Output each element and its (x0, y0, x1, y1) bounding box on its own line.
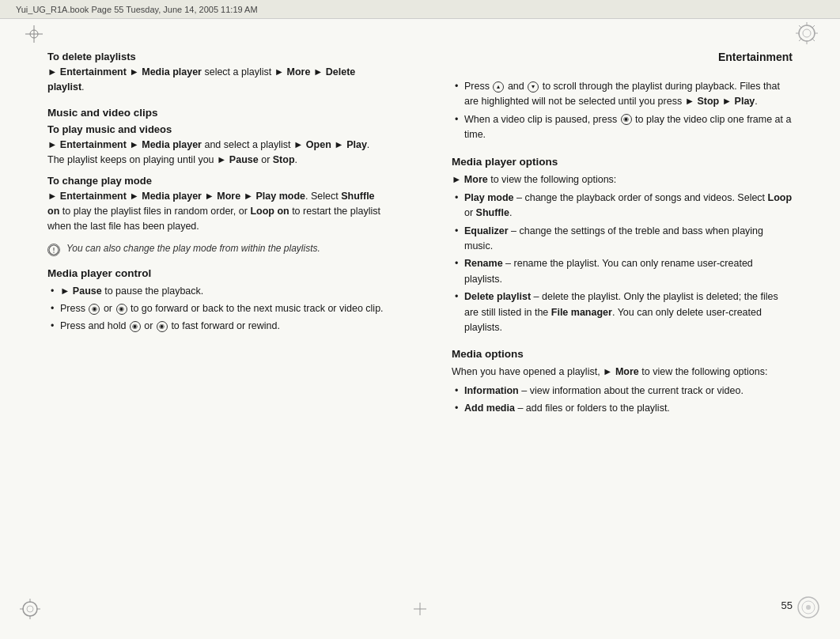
list-item-press-forward: Press ◉ or ◉ to go forward or back to th… (47, 301, 388, 316)
down-scroll-icon: ▾ (528, 81, 539, 93)
header-bar: Yui_UG_R1A.book Page 55 Tuesday, June 14… (0, 0, 840, 19)
delete-playlists-title: To delete playlists (47, 51, 388, 62)
opt-information: Information – view information about the… (452, 384, 793, 399)
delete-playlists-nav: ► Entertainment ► Media player select a … (47, 65, 388, 96)
right-column: Entertainment Press ▴ and ▾ to scroll th… (436, 51, 793, 607)
option-equalizer: Equalizer – change the settings of the t… (452, 224, 793, 255)
play-music-nav: ► Entertainment ► Media player and selec… (47, 138, 388, 168)
back-icon: ◉ (116, 304, 127, 315)
section-media-opts: Media options When you have opened a pla… (452, 348, 793, 416)
content-area: To delete playlists ► Entertainment ► Me… (0, 19, 840, 639)
section-media-control: Media player control ► Pause to pause th… (47, 267, 388, 335)
page-number: 55 (781, 599, 793, 611)
media-opts-heading: Media options (452, 348, 793, 360)
tip-icon (47, 244, 60, 256)
forward-icon: ◉ (89, 304, 100, 315)
tip-box: You can also change the play mode from w… (47, 243, 388, 256)
forward-hold-icon: ◉ (130, 321, 141, 332)
section-play-music: To play music and videos ► Entertainment… (47, 123, 388, 168)
page: Yui_UG_R1A.book Page 55 Tuesday, June 14… (0, 0, 840, 639)
media-control-heading: Media player control (47, 267, 388, 279)
list-item-press-hold: Press and hold ◉ or ◉ to fast forward or… (47, 319, 388, 334)
list-item-pause: ► Pause to pause the playback. (47, 284, 388, 299)
media-options-intro: ► More to view the following options: (452, 172, 793, 187)
change-play-mode-nav: ► Entertainment ► Media player ► More ► … (47, 189, 388, 235)
page-title: Entertainment (452, 51, 793, 63)
media-options-heading: Media player options (452, 156, 793, 168)
media-opts-list: Information – view information about the… (452, 384, 793, 417)
media-control-list: ► Pause to pause the playback. Press ◉ o… (47, 284, 388, 335)
section-change-play-mode: To change play mode ► Entertainment ► Me… (47, 175, 388, 235)
section-media-options: Media player options ► More to view the … (452, 156, 793, 336)
section-music-video: Music and video clips (47, 107, 388, 119)
media-options-list: Play mode – change the playback order of… (452, 191, 793, 335)
up-scroll-icon: ▴ (493, 81, 504, 93)
option-play-mode: Play mode – change the playback order of… (452, 191, 793, 221)
opt-add-media: Add media – add files or folders to the … (452, 401, 793, 416)
file-info: Yui_UG_R1A.book Page 55 Tuesday, June 14… (16, 5, 258, 14)
list-item-video-pause: When a video clip is paused, press ◉ to … (452, 112, 793, 143)
tip-text: You can also change the play mode from w… (66, 243, 320, 254)
svg-point-26 (53, 251, 55, 253)
play-frame-icon: ◉ (621, 114, 632, 125)
music-video-heading: Music and video clips (47, 107, 388, 119)
media-opts-intro: When you have opened a playlist, ► More … (452, 365, 793, 380)
change-play-mode-title: To change play mode (47, 175, 388, 187)
section-delete-playlists: To delete playlists ► Entertainment ► Me… (47, 51, 388, 96)
continued-bullets: Press ▴ and ▾ to scroll through the play… (452, 79, 793, 143)
back-hold-icon: ◉ (157, 321, 168, 332)
option-rename: Rename – rename the playlist. You can on… (452, 256, 793, 287)
option-delete-playlist: Delete playlist – delete the playlist. O… (452, 289, 793, 335)
list-item-scroll: Press ▴ and ▾ to scroll through the play… (452, 79, 793, 110)
left-column: To delete playlists ► Entertainment ► Me… (47, 51, 404, 607)
play-music-title: To play music and videos (47, 123, 388, 135)
